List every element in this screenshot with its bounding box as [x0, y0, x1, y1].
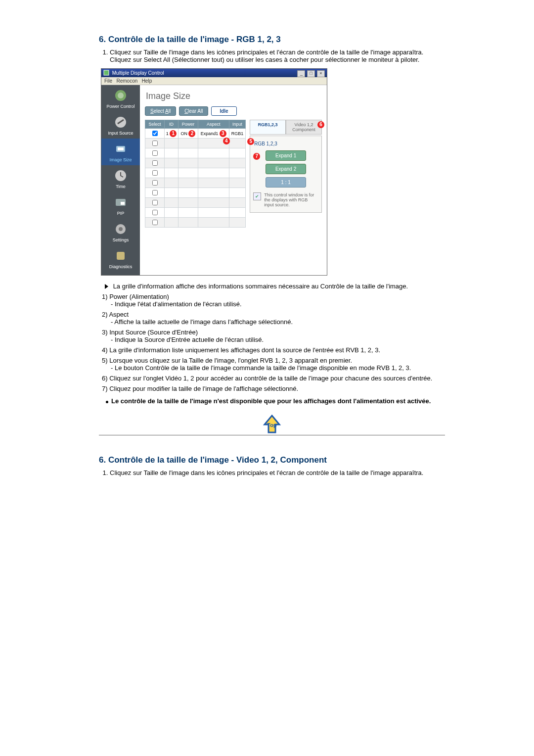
clear-all-button[interactable]: Clear All	[179, 106, 208, 116]
desc-1-text: - Indique l'état d'alimentation de l'écr…	[111, 300, 445, 308]
gear-icon	[113, 222, 128, 236]
table-row[interactable]	[145, 218, 246, 228]
sidebar-item-power-control[interactable]: Power Control	[101, 85, 140, 112]
table-row[interactable]	[145, 188, 246, 198]
row-checkbox[interactable]	[152, 220, 158, 225]
size-subtitle: RGB 1,2,3	[254, 141, 317, 146]
sidebar-item-diagnostics[interactable]: Diagnostics	[101, 245, 140, 272]
bold-note-text: Le contrôle de la taille de l'image n'es…	[111, 397, 431, 405]
tab-video[interactable]: Video 1,2 Component6	[286, 120, 322, 135]
menu-remocon[interactable]: Remocon	[116, 78, 137, 84]
sidebar-label: Image Size	[101, 157, 140, 162]
table-row[interactable]	[145, 148, 246, 158]
svg-point-10	[119, 227, 123, 231]
row-checkbox[interactable]	[152, 160, 158, 166]
cell-input: RGB1	[229, 129, 245, 139]
svg-rect-0	[104, 70, 109, 75]
desc-item-2: 2) Aspect - Affiche la taille actuelle d…	[102, 311, 445, 326]
titlebar-title: Multiple Display Control	[103, 69, 164, 77]
note-text: This control window is for the displays …	[264, 192, 318, 207]
sidebar-item-pip[interactable]: PIP	[101, 192, 140, 219]
toolbar: SSelect Allelect All Clear All Idle	[145, 106, 322, 116]
time-icon	[113, 168, 128, 183]
section2-intro-item: Cliquez sur Taille de l'image dans les i…	[110, 469, 445, 476]
table-row[interactable]	[145, 178, 246, 188]
svg-point-2	[118, 93, 124, 98]
info-grid: Select ID Power Aspect Input 1 1 ON 2 Ex…	[145, 120, 246, 228]
desc-5-text: - Le bouton Contrôle de la taille de l'i…	[111, 364, 445, 372]
section1-heading: 6. Contrôle de la taille de l'image - RG…	[99, 35, 445, 45]
desc-2-text: - Affiche la taille actuelle de l'image …	[111, 318, 445, 326]
maximize-button[interactable]: □	[307, 70, 315, 77]
section2-heading: 6. Contrôle de la taille de l'image - Vi…	[99, 455, 445, 465]
cell-id: 1 1	[165, 129, 178, 139]
info-line-text: La grille d'information affiche des info…	[113, 283, 408, 290]
desc-item-7: 7) Cliquez pour modifier la taille de l'…	[102, 385, 445, 392]
section2-intro-list: Cliquez sur Taille de l'image dans les i…	[99, 469, 445, 476]
expand1-button[interactable]: Expand 1	[266, 150, 306, 161]
onetoone-button[interactable]: 1 : 1	[266, 177, 306, 188]
table-row[interactable]	[145, 158, 246, 168]
menu-help[interactable]: Help	[142, 78, 152, 84]
table-row[interactable]: 1 1 ON 2 Expand1 3 RGB1	[145, 129, 246, 139]
sidebar-item-time[interactable]: Time	[101, 165, 140, 192]
table-row[interactable]	[145, 198, 246, 208]
triangle-icon	[105, 284, 108, 289]
description-list: 1) Power (Alimentation) - Indique l'état…	[102, 293, 445, 392]
tab-rgb-label: RGB1,2,3	[258, 122, 278, 127]
menu-file[interactable]: File	[104, 78, 112, 84]
select-all-button[interactable]: SSelect Allelect All	[145, 106, 176, 116]
sidebar-item-input-source[interactable]: Input Source	[101, 112, 140, 139]
tab-video-label: Video 1,2 Component	[292, 122, 315, 132]
right-panel: RGB1,2,3 Video 1,2 Component6 5 RGB 1,2,…	[250, 120, 322, 228]
sidebar-label: Time	[101, 184, 140, 189]
row-checkbox[interactable]	[152, 141, 158, 146]
intro2-text: Cliquez sur Select All (Sélectionner tou…	[110, 56, 445, 63]
table-row[interactable]: 4	[145, 139, 246, 148]
desc-2-title: 2) Aspect	[102, 311, 129, 318]
callout-5: 5	[247, 138, 254, 145]
section1-intro-list: Cliquez sur Taille de l'image dans les i…	[99, 48, 445, 63]
row-checkbox[interactable]	[152, 180, 158, 186]
pip-icon	[113, 195, 128, 210]
power-icon	[113, 88, 128, 103]
note-icon: ✔	[253, 192, 261, 200]
size-panel: 5 RGB 1,2,3 7 Expand 1 Expand 2 1 : 1 ✔ …	[250, 136, 322, 213]
tab-rgb[interactable]: RGB1,2,3	[250, 120, 286, 135]
intro1-text: Cliquez sur Taille de l'image dans les i…	[110, 48, 423, 56]
desc-1-title: 1) Power (Alimentation)	[102, 293, 169, 300]
close-button[interactable]: ×	[317, 70, 325, 77]
desc-3-title: 3) Input Source (Source d'Entrée)	[102, 329, 198, 336]
minimize-button[interactable]: _	[297, 70, 305, 77]
table-row[interactable]	[145, 208, 246, 218]
callout-2: 2	[188, 130, 195, 137]
table-row[interactable]	[145, 168, 246, 178]
row-checkbox[interactable]	[152, 200, 158, 205]
sidebar-label: Settings	[101, 237, 140, 242]
app-icon	[103, 70, 109, 76]
desc-item-4: 4) La grille d'information liste uniquem…	[102, 346, 445, 354]
col-select: Select	[145, 120, 165, 129]
menubar: File Remocon Help	[101, 77, 327, 85]
row-checkbox[interactable]	[152, 170, 158, 176]
sidebar-item-image-size[interactable]: Image Size	[101, 139, 140, 165]
expand2-button[interactable]: Expand 2	[266, 164, 306, 174]
back-to-top-button[interactable]: Top	[261, 414, 283, 428]
sidebar-item-settings[interactable]: Settings	[101, 219, 140, 245]
sidebar-label: PIP	[101, 211, 140, 216]
svg-rect-11	[117, 252, 125, 260]
row-checkbox[interactable]	[152, 150, 158, 156]
row-checkbox[interactable]	[152, 131, 158, 136]
idle-button[interactable]: Idle	[211, 106, 236, 116]
row-checkbox[interactable]	[152, 210, 158, 215]
window-buttons: _ □ ×	[297, 69, 325, 77]
callout-1: 1	[170, 130, 177, 137]
bold-note: Le contrôle de la taille de l'image n'es…	[106, 397, 445, 405]
callout-3: 3	[220, 130, 226, 137]
callout-4: 4	[223, 138, 230, 144]
cell-power: ON 2	[178, 129, 198, 139]
row-checkbox[interactable]	[152, 190, 158, 195]
sidebar-label: Power Control	[101, 104, 140, 109]
desc-3-text: - Indique la Source d'Entrée actuelle de…	[111, 336, 445, 343]
cell-aspect: Expand1 3	[198, 129, 229, 139]
